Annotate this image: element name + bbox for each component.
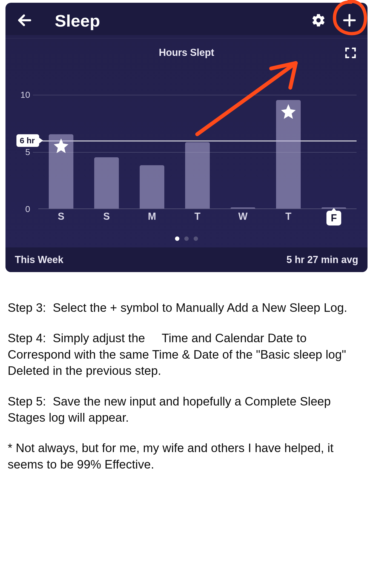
star-icon bbox=[52, 137, 70, 156]
bar-slot[interactable] bbox=[266, 72, 311, 209]
footer-right: 5 hr 27 min avg bbox=[286, 254, 358, 266]
bars-container bbox=[38, 72, 357, 209]
bar-slot[interactable] bbox=[84, 72, 129, 209]
step-5: Step 5: Save the new input and hopefully… bbox=[8, 393, 365, 426]
note: * Not always, but for me, my wife and ot… bbox=[8, 440, 365, 472]
step-4: Step 4: Simply adjust the Time and Calen… bbox=[8, 330, 365, 379]
bar bbox=[276, 100, 301, 209]
chart-footer: This Week 5 hr 27 min avg bbox=[5, 247, 368, 272]
average-label: 6 hr bbox=[16, 134, 39, 147]
topbar-actions bbox=[311, 13, 357, 29]
page-dots[interactable] bbox=[5, 226, 368, 247]
chart-title: Hours Slept bbox=[159, 47, 214, 58]
add-icon[interactable] bbox=[342, 13, 357, 28]
page-dot[interactable] bbox=[184, 236, 189, 241]
bar-slot[interactable] bbox=[38, 72, 84, 209]
x-axis-labels: SSMTWTF bbox=[38, 206, 357, 226]
y-tick: 10 bbox=[20, 90, 30, 100]
settings-icon[interactable] bbox=[311, 13, 326, 29]
expand-icon[interactable] bbox=[345, 47, 357, 60]
chart-header: Hours Slept bbox=[5, 39, 368, 64]
x-label: T bbox=[266, 206, 311, 226]
sleep-card: Sleep Hours Slept 0510 6 hr SSMTWTF This… bbox=[5, 3, 368, 272]
y-tick: 5 bbox=[25, 147, 30, 157]
step-3: Step 3: Select the + symbol to Manually … bbox=[8, 299, 365, 316]
page-title: Sleep bbox=[55, 11, 311, 30]
bar-slot[interactable] bbox=[220, 72, 266, 209]
x-label: F bbox=[311, 206, 357, 226]
bar bbox=[185, 142, 210, 209]
bar-slot[interactable] bbox=[129, 72, 175, 209]
back-arrow-icon[interactable] bbox=[16, 12, 33, 30]
page-dot[interactable] bbox=[175, 236, 179, 241]
chart-area[interactable]: 0510 6 hr SSMTWTF bbox=[16, 72, 357, 226]
x-label: S bbox=[38, 206, 84, 226]
x-label: M bbox=[129, 206, 175, 226]
bar bbox=[140, 165, 164, 209]
bar-slot[interactable] bbox=[311, 72, 357, 209]
page-dot[interactable] bbox=[194, 236, 198, 241]
topbar: Sleep bbox=[5, 3, 368, 39]
star-icon bbox=[280, 103, 297, 121]
bar bbox=[49, 134, 73, 209]
bar-slot[interactable] bbox=[175, 72, 220, 209]
bar bbox=[94, 157, 119, 209]
instructions-text: Step 3: Select the + symbol to Manually … bbox=[0, 272, 373, 472]
y-tick: 0 bbox=[25, 204, 30, 214]
x-label: T bbox=[175, 206, 220, 226]
x-label: W bbox=[220, 206, 266, 226]
x-label: S bbox=[84, 206, 129, 226]
footer-left: This Week bbox=[15, 254, 63, 266]
